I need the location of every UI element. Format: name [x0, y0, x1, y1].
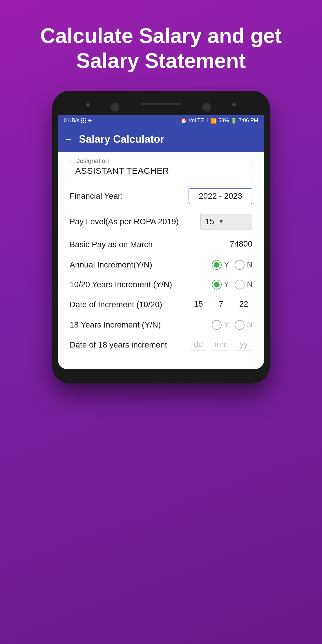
battery-percent: 53%	[218, 117, 229, 124]
status-right: ⏰ VoLTE 1 📶 53% 🔋 7:06 PM	[180, 117, 258, 124]
signal-icon: 📶	[210, 117, 217, 124]
ten-twenty-n-label: N	[247, 280, 252, 289]
dot-2	[232, 103, 236, 106]
app-bar: ← Salary Calculator	[58, 126, 264, 152]
app-title: Salary Calculator	[79, 133, 164, 145]
designation-value[interactable]: ASSISTANT TEACHER	[75, 164, 247, 176]
status-left: 0 KB/s 🖼 ✈ ···	[64, 117, 98, 124]
designation-label: Designation	[73, 157, 111, 165]
alarm-icon: ⏰	[180, 117, 187, 124]
basic-pay-value[interactable]: 74800	[200, 239, 252, 250]
date-increment-row: Date of Increment (10/20) 15 7 22	[70, 299, 252, 310]
ten-twenty-label: 10/20 Years Increment (Y/N)	[70, 280, 212, 289]
date-increment-fields: 15 7 22	[190, 299, 252, 310]
ten-twenty-y-label: Y	[224, 280, 229, 289]
phone-top-dots	[58, 100, 264, 115]
phone-frame: 0 KB/s 🖼 ✈ ··· ⏰ VoLTE 1 📶 53% 🔋 7:06 PM…	[52, 91, 270, 383]
date-18-fields: dd mm yy	[190, 340, 252, 350]
notification-icons: 🖼 ✈ ···	[81, 117, 98, 124]
ten-twenty-n-option[interactable]: N	[235, 280, 252, 290]
basic-pay-label: Basic Pay as on March	[70, 240, 200, 249]
status-bar: 0 KB/s 🖼 ✈ ··· ⏰ VoLTE 1 📶 53% 🔋 7:06 PM	[58, 115, 264, 126]
ten-twenty-y-radio[interactable]	[212, 280, 222, 290]
eighteen-n-radio[interactable]	[235, 320, 245, 330]
hero-title: Calculate Salary and get Salary Statemen…	[0, 0, 322, 91]
front-camera	[111, 103, 120, 112]
annual-increment-radio-group: Y N	[212, 260, 252, 270]
eighteen-years-row: 18 Years Increment (Y/N) Y N	[70, 320, 252, 330]
phone-screen: 0 KB/s 🖼 ✈ ··· ⏰ VoLTE 1 📶 53% 🔋 7:06 PM…	[58, 115, 264, 369]
sensor	[202, 103, 211, 112]
date-18-yy[interactable]: yy	[235, 340, 252, 350]
volte-icon: VoLTE	[189, 117, 204, 124]
speaker-grille	[141, 103, 181, 105]
dot-1	[86, 103, 90, 106]
phone-bottom-bar	[58, 369, 264, 375]
date-increment-yy[interactable]: 22	[235, 299, 252, 310]
annual-increment-label: Annual Increment(Y/N)	[70, 260, 212, 269]
radio-dot-checked	[214, 262, 220, 268]
eighteen-years-radio-group: Y N	[212, 320, 252, 330]
chevron-down-icon: ▼	[218, 218, 224, 225]
date-increment-label: Date of Increment (10/20)	[70, 300, 190, 309]
financial-year-label: Financial Year:	[70, 191, 189, 201]
sim-icon: 1	[206, 117, 209, 124]
annual-increment-n-label: N	[247, 260, 252, 269]
annual-increment-y-radio[interactable]	[212, 260, 222, 270]
eighteen-y-option[interactable]: Y	[212, 320, 229, 330]
date-18-dd[interactable]: dd	[190, 340, 207, 350]
ten-twenty-radio-group: Y N	[212, 280, 252, 290]
ten-twenty-row: 10/20 Years Increment (Y/N) Y N	[70, 280, 252, 290]
hero-section: Calculate Salary and get Salary Statemen…	[0, 0, 322, 91]
annual-increment-y-label: Y	[224, 260, 229, 269]
annual-increment-row: Annual Increment(Y/N) Y N	[70, 260, 252, 270]
radio-dot-checked-2	[214, 282, 220, 287]
pay-level-label: Pay Level(As per ROPA 2019)	[70, 217, 200, 226]
back-button[interactable]: ←	[64, 134, 73, 144]
basic-pay-row: Basic Pay as on March 74800	[70, 239, 252, 250]
date-increment-mm[interactable]: 7	[212, 299, 230, 310]
date-18-row: Date of 18 years increment dd mm yy	[70, 340, 252, 350]
annual-increment-n-option[interactable]: N	[235, 260, 252, 270]
pay-level-row: Pay Level(As per ROPA 2019) 15 ▼	[70, 214, 252, 229]
eighteen-n-option[interactable]: N	[235, 320, 252, 330]
eighteen-years-label: 18 Years Increment (Y/N)	[70, 320, 212, 330]
designation-field: Designation ASSISTANT TEACHER	[70, 161, 252, 180]
ten-twenty-y-option[interactable]: Y	[212, 280, 229, 290]
date-increment-dd[interactable]: 15	[190, 299, 207, 310]
pay-level-select[interactable]: 15 ▼	[200, 214, 252, 229]
financial-year-row: Financial Year: 2022 - 2023	[70, 188, 252, 204]
annual-increment-y-option[interactable]: Y	[212, 260, 229, 270]
ten-twenty-n-radio[interactable]	[235, 280, 245, 290]
clock: 7:06 PM	[239, 117, 258, 124]
eighteen-y-radio[interactable]	[212, 320, 222, 330]
financial-year-value[interactable]: 2022 - 2023	[189, 188, 252, 204]
battery-icon: 🔋	[231, 117, 237, 124]
eighteen-n-label: N	[247, 320, 252, 329]
annual-increment-n-radio[interactable]	[235, 260, 245, 270]
date-18-mm[interactable]: mm	[212, 340, 230, 350]
pay-level-value: 15	[205, 217, 214, 226]
date-18-label: Date of 18 years increment	[70, 340, 190, 350]
eighteen-y-label: Y	[224, 320, 229, 329]
data-speed: 0 KB/s	[64, 117, 79, 124]
form-container: Designation ASSISTANT TEACHER Financial …	[58, 152, 264, 369]
